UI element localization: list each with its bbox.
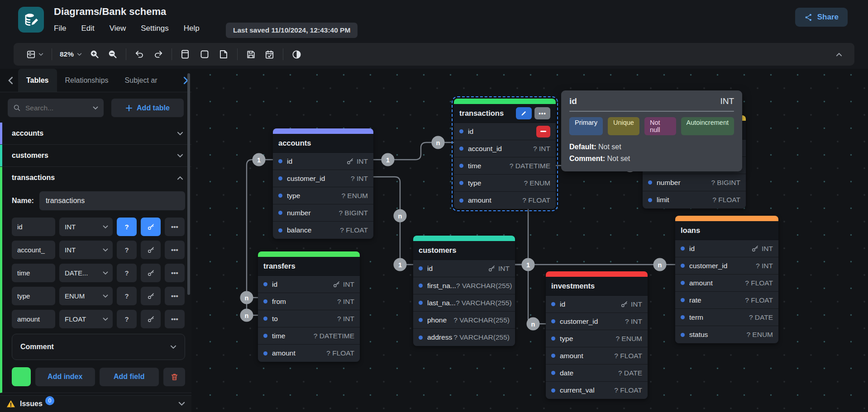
table-field-row[interactable]: address? VARCHAR(255) (413, 329, 515, 346)
field-type-select[interactable]: ENUM (59, 287, 113, 305)
canvas-table-customers[interactable]: customersidINTfirst_na...? VARCHAR(255)l… (413, 236, 515, 346)
table-field-row[interactable]: time? DATETIME (258, 327, 360, 345)
table-search[interactable] (8, 99, 104, 117)
tab-relationships[interactable]: Relationships (57, 72, 117, 89)
delete-table-button[interactable] (163, 368, 185, 386)
sidebar-table-customers[interactable]: customers (0, 145, 191, 167)
field-name-input[interactable]: amount (12, 310, 55, 328)
search-input[interactable] (25, 104, 75, 112)
table-field-row[interactable]: from? INT (258, 293, 360, 310)
field-more-button[interactable]: ••• (165, 287, 185, 305)
table-field-row[interactable]: phone? VARCHAR(255) (413, 312, 515, 329)
table-field-row[interactable]: customer_id? INT (675, 257, 778, 275)
field-nullable-toggle[interactable]: ? (117, 241, 137, 259)
table-field-row[interactable]: to? INT (258, 310, 360, 327)
add-field-button[interactable]: Add field (100, 368, 159, 386)
field-type-select[interactable]: FLOAT (59, 310, 113, 328)
table-field-row[interactable]: customer_id? INT (273, 170, 373, 187)
sidebar-table-accounts[interactable]: accounts (0, 123, 191, 145)
table-field-row[interactable]: idINT (258, 276, 360, 293)
tab-tables[interactable]: Tables (18, 69, 57, 92)
field-primary-toggle[interactable] (141, 264, 161, 282)
table-field-row[interactable]: number? BIGINT (273, 204, 373, 222)
edit-table-button[interactable] (516, 107, 532, 119)
field-type-select[interactable]: INT (59, 218, 113, 236)
field-name-input[interactable]: account_ (12, 241, 55, 259)
sidebar-table-transactions-header[interactable]: transactions (2, 167, 191, 189)
field-primary-toggle[interactable] (141, 310, 161, 328)
add-area-button[interactable] (195, 46, 214, 62)
canvas-table-loans[interactable]: loansidINTcustomer_id? INTamount? FLOATr… (675, 216, 778, 343)
field-type-select[interactable]: INT (59, 241, 113, 259)
table-field-row[interactable]: limit? FLOAT (643, 191, 746, 208)
canvas-table-transfers[interactable]: transfersidINTfrom? INTto? INTtime? DATE… (258, 251, 360, 362)
menu-help[interactable]: Help (184, 24, 200, 33)
table-more-button[interactable]: ••• (534, 107, 550, 119)
add-table-button[interactable] (176, 46, 195, 62)
zoom-in-button[interactable] (86, 46, 104, 62)
table-field-row[interactable]: type? ENUM (454, 175, 556, 192)
field-nullable-toggle[interactable]: ? (117, 287, 137, 305)
table-field-row[interactable]: idINT (675, 240, 778, 257)
table-field-row[interactable]: term? DATE (675, 309, 778, 326)
field-more-button[interactable]: ••• (165, 264, 185, 282)
field-more-button[interactable]: ••• (165, 310, 185, 328)
canvas-table-transactions[interactable]: transactions•••idaccount_id? INTtime? DA… (454, 99, 556, 209)
field-more-button[interactable]: ••• (165, 241, 185, 259)
theme-toggle-button[interactable] (287, 46, 306, 62)
redo-button[interactable] (149, 46, 167, 62)
table-field-row[interactable]: amount? FLOAT (675, 275, 778, 292)
table-field-row[interactable]: amount? FLOAT (546, 347, 648, 365)
table-field-row[interactable]: amount? FLOAT (258, 345, 360, 362)
add-note-button[interactable] (214, 46, 233, 62)
field-primary-toggle[interactable] (141, 287, 161, 305)
tab-subject-ar[interactable]: Subject ar (117, 72, 166, 89)
collapse-toolbar-button[interactable] (832, 46, 846, 62)
menu-settings[interactable]: Settings (141, 24, 168, 33)
header-layout-button[interactable] (22, 46, 48, 62)
table-field-row[interactable]: customer_id? INT (546, 313, 648, 330)
zoom-out-button[interactable] (104, 46, 122, 62)
chevron-down-icon[interactable] (178, 402, 185, 406)
field-type-select[interactable]: DATE... (59, 264, 113, 282)
delete-field-button[interactable] (536, 126, 550, 137)
share-button[interactable]: Share (795, 8, 848, 27)
field-nullable-toggle[interactable]: ? (117, 310, 137, 328)
table-field-row[interactable]: id (454, 123, 556, 140)
table-field-row[interactable]: idINT (413, 260, 515, 277)
table-field-row[interactable]: status? ENUM (675, 326, 778, 343)
menu-file[interactable]: File (54, 24, 66, 33)
sidebar-scrollbar[interactable] (187, 73, 190, 295)
table-color-swatch[interactable] (12, 367, 31, 386)
table-field-row[interactable]: current_val? FLOAT (546, 382, 648, 399)
table-field-row[interactable]: last_na...? VARCHAR(255) (413, 294, 515, 312)
table-field-row[interactable]: date? DATE (546, 365, 648, 382)
table-name-input[interactable] (39, 191, 185, 210)
comment-collapsible[interactable]: Comment (12, 334, 185, 360)
canvas-table-investments[interactable]: investmentsidINTcustomer_id? INTtype? EN… (546, 271, 648, 399)
undo-button[interactable] (130, 46, 149, 62)
table-field-row[interactable]: rate? FLOAT (675, 292, 778, 309)
table-field-row[interactable]: amount? FLOAT (454, 192, 556, 209)
field-nullable-toggle[interactable]: ? (117, 264, 137, 282)
field-primary-toggle[interactable] (141, 241, 161, 259)
table-field-row[interactable]: first_na...? VARCHAR(255) (413, 277, 515, 294)
menu-edit[interactable]: Edit (81, 24, 94, 33)
canvas-table-accounts[interactable]: accountsidINTcustomer_id? INTtype? ENUMn… (273, 128, 373, 239)
table-field-row[interactable]: type? ENUM (273, 187, 373, 204)
add-table-button-sidebar[interactable]: Add table (111, 99, 184, 117)
issues-bar[interactable]: Issues 0 (0, 395, 191, 412)
add-index-button[interactable]: Add index (35, 368, 95, 386)
table-field-row[interactable]: account_id? INT (454, 140, 556, 157)
table-field-row[interactable]: time? DATETIME (454, 157, 556, 175)
tabs-back-chevron-icon[interactable] (3, 76, 18, 85)
field-name-input[interactable]: time (12, 264, 55, 282)
app-logo[interactable] (18, 7, 44, 33)
field-name-input[interactable]: id (12, 218, 55, 236)
table-field-row[interactable]: type? ENUM (546, 330, 648, 347)
save-button[interactable] (242, 46, 260, 62)
table-field-row[interactable]: idINT (546, 296, 648, 313)
table-field-row[interactable]: number? BIGINT (643, 174, 746, 191)
table-field-row[interactable]: idINT (273, 153, 373, 170)
menu-view[interactable]: View (110, 24, 126, 33)
